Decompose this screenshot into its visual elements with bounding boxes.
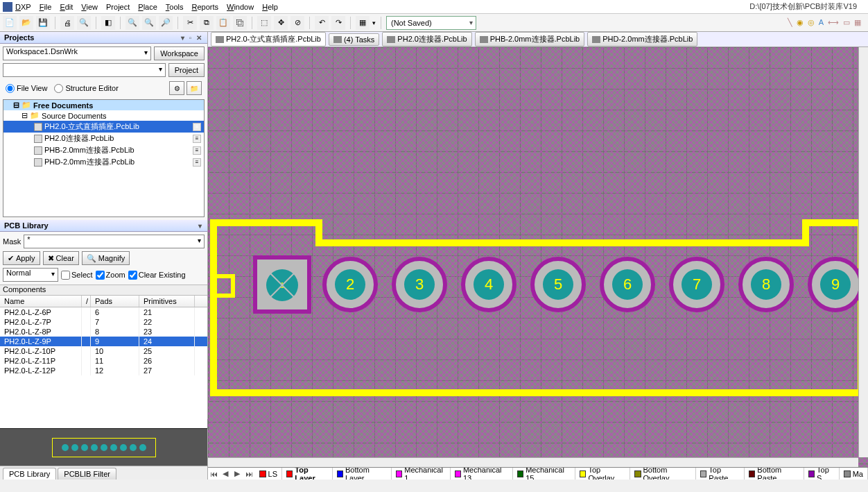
layer-nav-prev[interactable]: ◀ [220, 469, 232, 478]
tree-source-docs[interactable]: ⊟ 📁 Source Documents [3, 110, 204, 121]
print-button[interactable]: 🖨 [60, 16, 74, 30]
layer-tab[interactable]: Bottom Paste [745, 467, 804, 480]
tool-dimension-icon[interactable]: ⟷ [828, 18, 839, 27]
table-row[interactable]: PH2.0-L-Z-8P823 [0, 327, 207, 337]
menu-dxp[interactable]: DXP [15, 3, 31, 11]
tree-file[interactable]: PH2.0-立式直插插座.PcbLib≡ [3, 121, 204, 133]
zoom-area-button[interactable]: 🔍 [125, 16, 139, 30]
col-name[interactable]: Name [0, 296, 82, 307]
layer-tab[interactable]: Bottom Layer [333, 467, 392, 480]
layer-tab[interactable]: Top Paste [696, 467, 745, 480]
pad-3[interactable]: 3 [392, 257, 447, 312]
menu-help[interactable]: Help [262, 3, 278, 11]
clear-existing-checkbox[interactable]: Clear Existing [128, 271, 186, 280]
preview-button[interactable]: 🔍 [77, 16, 91, 30]
file-view-radio[interactable]: File View [6, 84, 47, 93]
horizontal-scrollbar[interactable] [208, 457, 858, 467]
tool-line-icon[interactable]: ╲ [788, 18, 792, 27]
col-prim[interactable]: Primitives [139, 296, 195, 307]
redo-button[interactable]: ↷ [331, 16, 345, 30]
file-tab[interactable]: PH2.0连接器.PcbLib [382, 32, 471, 46]
layer-tab[interactable]: Ma [840, 467, 868, 480]
layer-nav-next[interactable]: ▶ [232, 469, 243, 478]
apply-button[interactable]: ✔ Apply [3, 251, 40, 265]
file-tab[interactable]: (4) Tasks [329, 33, 379, 46]
pad-4[interactable]: 4 [461, 257, 517, 312]
table-row[interactable]: PH2.0-L-Z-11P1126 [0, 356, 207, 366]
mask-combo[interactable]: * [24, 235, 205, 248]
tree-root[interactable]: ⊟ 📁 Free Documents [3, 100, 204, 110]
menu-file[interactable]: File [40, 3, 52, 11]
zoom-fit-button[interactable]: 🔍 [142, 16, 156, 30]
structure-editor-radio[interactable]: Structure Editor [54, 84, 118, 93]
layer-tab[interactable]: Mechanical 1 [392, 467, 451, 480]
workspace-button[interactable]: Workspace [154, 46, 205, 60]
pad-5[interactable]: 5 [530, 257, 586, 312]
mode-dropdown[interactable]: (Not Saved) [386, 16, 476, 30]
file-tab[interactable]: PHD-2.0mm连接器.PcbLib [587, 32, 697, 46]
layers-button[interactable]: ◧ [101, 16, 115, 30]
undo-button[interactable]: ↶ [315, 16, 329, 30]
select-button[interactable]: ⬚ [257, 16, 271, 30]
tab-pcblib-filter[interactable]: PCBLIB Filter [58, 468, 116, 480]
project-options-button[interactable]: 📁 [186, 81, 202, 95]
tool-via-icon[interactable]: ◎ [808, 18, 815, 27]
project-button[interactable]: Project [168, 63, 205, 77]
pad-7[interactable]: 7 [669, 257, 724, 312]
zoom-checkbox[interactable]: Zoom [96, 271, 125, 280]
table-row[interactable]: PH2.0-L-Z-6P621 [0, 307, 207, 317]
tree-file[interactable]: PHB-2.0mm连接器.PcbLib≡ [3, 144, 204, 156]
tree-file[interactable]: PHD-2.0mm连接器.PcbLib≡ [3, 156, 204, 168]
normal-combo[interactable]: Normal [3, 268, 58, 282]
grid-button[interactable]: ▦ [356, 16, 370, 30]
save-button[interactable]: 💾 [36, 16, 50, 30]
panel-controls[interactable]: ▾ ▫ ✕ [181, 34, 203, 42]
layer-tab[interactable]: Top Layer [282, 467, 333, 480]
file-tab[interactable]: PH2.0-立式直插插座.PcbLib [211, 32, 326, 46]
table-row[interactable]: PH2.0-L-Z-7P722 [0, 317, 207, 327]
cut-button[interactable]: ✂ [183, 16, 197, 30]
table-row[interactable]: PH2.0-L-Z-10P1025 [0, 346, 207, 356]
menu-view[interactable]: View [81, 3, 98, 11]
clear-button[interactable]: ✖ Clear [43, 251, 79, 265]
table-row[interactable]: PH2.0-L-Z-9P924 [0, 337, 207, 346]
pcb-canvas[interactable]: 1 23456789 [208, 47, 868, 467]
pad-9[interactable]: 9 [808, 257, 863, 312]
menu-window[interactable]: Window [227, 3, 254, 11]
table-row[interactable]: PH2.0-L-Z-12P1227 [0, 366, 207, 375]
pad-6[interactable]: 6 [600, 257, 655, 312]
new-button[interactable]: 📄 [3, 16, 17, 30]
layer-tab[interactable]: Mechanical 13 [451, 467, 513, 480]
pad-8[interactable]: 8 [738, 257, 794, 312]
col-pads[interactable]: Pads [91, 296, 139, 307]
tab-pcb-library[interactable]: PCB Library [3, 468, 56, 480]
layer-tab[interactable]: Top S [804, 467, 840, 480]
layer-tab[interactable]: Bottom Overlay [630, 467, 696, 480]
magnify-button[interactable]: 🔍 Magnify [82, 251, 130, 265]
menu-place[interactable]: Place [138, 3, 157, 11]
layer-nav-last[interactable]: ⏭ [243, 470, 255, 478]
workspace-combo[interactable]: Workspace1.DsnWrk [3, 46, 151, 60]
tool-array-icon[interactable]: ▦ [854, 18, 861, 27]
components-table[interactable]: Name / Pads Primitives PH2.0-L-Z-6P621PH… [0, 296, 207, 428]
deselect-button[interactable]: ⊘ [290, 16, 304, 30]
tree-file[interactable]: PH2.0连接器.PcbLib≡ [3, 133, 204, 144]
duplicate-button[interactable]: ⿻ [233, 16, 247, 30]
menu-tools[interactable]: Tools [166, 3, 184, 11]
menu-reports[interactable]: Reports [192, 3, 219, 11]
zoom-selected-button[interactable]: 🔎 [159, 16, 173, 30]
pad-1-box[interactable]: 1 [253, 255, 311, 314]
move-button[interactable]: ✥ [274, 16, 288, 30]
layer-tab[interactable]: LS [255, 467, 282, 480]
file-tab[interactable]: PHB-2.0mm连接器.PcbLib [475, 32, 585, 46]
project-combo[interactable] [3, 63, 166, 77]
layer-tab[interactable]: Mechanical 15 [513, 467, 575, 480]
panel-chevron-icon[interactable]: ▾ [198, 222, 203, 230]
project-tree[interactable]: ⊟ 📁 Free Documents ⊟ 📁 Source Documents … [3, 99, 205, 217]
vertical-scrollbar[interactable] [858, 47, 868, 457]
select-checkbox[interactable]: Select [61, 271, 93, 280]
paste-button[interactable]: 📋 [216, 16, 230, 30]
menu-edit[interactable]: Edit [60, 3, 73, 11]
dropdown-arrow-icon[interactable]: ▾ [372, 19, 376, 26]
tool-string-icon[interactable]: A [819, 18, 824, 27]
